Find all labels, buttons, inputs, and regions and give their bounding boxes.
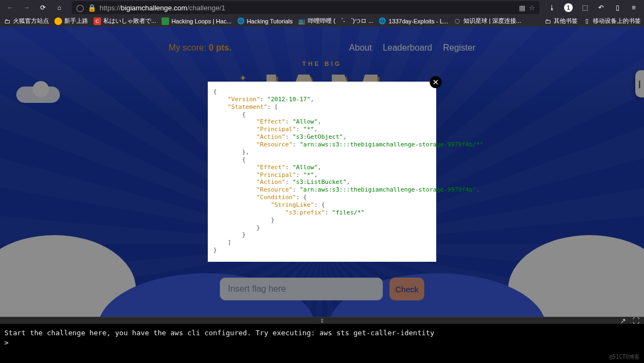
close-icon[interactable]: ✕: [430, 76, 442, 88]
bookmark-star-icon[interactable]: ☆: [529, 4, 535, 12]
bookmark-item[interactable]: 📺哔哩哔哩 ( ゜- ゜)つロ ...: [298, 17, 373, 25]
spinner-icon: ◌: [454, 17, 461, 25]
watermark: @51CTO博客: [609, 353, 640, 361]
mobile-bookmarks[interactable]: ▯移动设备上的书签: [583, 17, 641, 25]
bookmark-item[interactable]: 🌐1337day-Exploits - L...: [379, 17, 448, 25]
mobile-icon: ▯: [583, 17, 591, 25]
menu-icon[interactable]: ≡: [627, 1, 641, 14]
terminal-prompt: >: [4, 338, 640, 348]
other-bookmarks[interactable]: 🗀其他书签: [544, 17, 578, 25]
folder-icon: 🗀: [544, 17, 552, 25]
home-button[interactable]: ⌂: [52, 1, 66, 14]
url-bar[interactable]: ◯ 🔒 https://bigiamchallenge.com/challeng…: [72, 1, 540, 14]
downloads-icon[interactable]: ⭳: [545, 1, 559, 14]
account-badge: 1: [564, 3, 573, 12]
extensions-icon[interactable]: ⬚: [578, 1, 592, 14]
terminal[interactable]: Start the challenge here, you have the a…: [0, 324, 644, 363]
qr-icon[interactable]: ▩: [519, 4, 525, 12]
bookmark-item[interactable]: Hacking Loops | Hac...: [162, 17, 231, 25]
favicon: 📺: [298, 17, 306, 25]
globe-icon: 🌐: [237, 17, 245, 25]
url-text: https://bigiamchallenge.com/challenge/1: [100, 4, 225, 12]
bookmark-item[interactable]: C私はいしゃ敗者で...: [94, 17, 156, 25]
bookmark-item[interactable]: 🌐Hacking Tutorials: [237, 17, 293, 25]
page-content: My score: 0 pts. About Leaderboard Regis…: [0, 27, 644, 317]
folder-icon: 🗀: [3, 17, 11, 25]
favicon: [54, 17, 62, 25]
policy-json: { "Version": "2012-10-17", "Statement": …: [213, 88, 431, 254]
bookmark-item[interactable]: 🗀火狐官方站点: [3, 17, 49, 25]
terminal-line: Start the challenge here, you have the a…: [4, 328, 640, 338]
policy-modal: ✕ { "Version": "2012-10-17", "Statement"…: [208, 82, 436, 262]
bookmarks-bar: 🗀火狐官方站点 新手上路 C私はいしゃ敗者で... Hacking Loops …: [0, 15, 644, 27]
forward-button[interactable]: →: [20, 1, 34, 14]
shield-icon: ◯: [76, 4, 84, 12]
bookmark-item[interactable]: ◌知识星球 | 深度连接...: [454, 17, 521, 25]
favicon: [162, 17, 169, 25]
lock-icon: 🔒: [88, 4, 96, 12]
modal-overlay[interactable]: ✕ { "Version": "2012-10-17", "Statement"…: [0, 27, 644, 317]
account-icon[interactable]: 1: [561, 1, 575, 14]
drag-handle-icon: ⇕: [320, 318, 324, 324]
globe-icon: 🌐: [379, 17, 386, 25]
back-button[interactable]: ←: [3, 1, 17, 14]
pocket-icon[interactable]: ▯: [610, 1, 624, 14]
reload-button[interactable]: ⟳: [36, 1, 50, 14]
undo-icon[interactable]: ↶: [594, 1, 608, 14]
favicon: C: [94, 17, 101, 25]
bookmark-item[interactable]: 新手上路: [54, 17, 88, 25]
browser-toolbar: ← → ⟳ ⌂ ◯ 🔒 https://bigiamchallenge.com/…: [0, 0, 644, 15]
terminal-resize-handle[interactable]: ⇕ ↗ ⛶: [0, 317, 644, 324]
